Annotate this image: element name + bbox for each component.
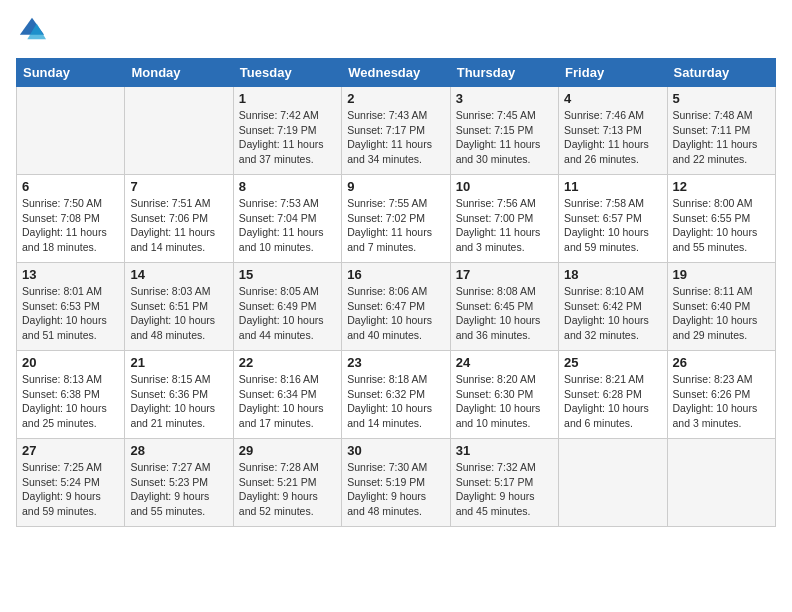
day-number: 15 [239, 267, 336, 282]
calendar-cell: 11Sunrise: 7:58 AM Sunset: 6:57 PM Dayli… [559, 175, 667, 263]
day-info: Sunrise: 7:30 AM Sunset: 5:19 PM Dayligh… [347, 460, 444, 519]
day-number: 1 [239, 91, 336, 106]
day-info: Sunrise: 7:46 AM Sunset: 7:13 PM Dayligh… [564, 108, 661, 167]
day-info: Sunrise: 8:13 AM Sunset: 6:38 PM Dayligh… [22, 372, 119, 431]
calendar-cell: 5Sunrise: 7:48 AM Sunset: 7:11 PM Daylig… [667, 87, 775, 175]
day-number: 28 [130, 443, 227, 458]
calendar-cell: 17Sunrise: 8:08 AM Sunset: 6:45 PM Dayli… [450, 263, 558, 351]
calendar-cell: 21Sunrise: 8:15 AM Sunset: 6:36 PM Dayli… [125, 351, 233, 439]
calendar-cell [17, 87, 125, 175]
calendar-cell: 27Sunrise: 7:25 AM Sunset: 5:24 PM Dayli… [17, 439, 125, 527]
day-info: Sunrise: 8:15 AM Sunset: 6:36 PM Dayligh… [130, 372, 227, 431]
calendar-cell [559, 439, 667, 527]
day-number: 4 [564, 91, 661, 106]
calendar-cell: 3Sunrise: 7:45 AM Sunset: 7:15 PM Daylig… [450, 87, 558, 175]
calendar-table: SundayMondayTuesdayWednesdayThursdayFrid… [16, 58, 776, 527]
weekday-header-row: SundayMondayTuesdayWednesdayThursdayFrid… [17, 59, 776, 87]
calendar-cell: 31Sunrise: 7:32 AM Sunset: 5:17 PM Dayli… [450, 439, 558, 527]
calendar-cell: 26Sunrise: 8:23 AM Sunset: 6:26 PM Dayli… [667, 351, 775, 439]
logo [16, 16, 46, 48]
day-info: Sunrise: 8:00 AM Sunset: 6:55 PM Dayligh… [673, 196, 770, 255]
day-number: 18 [564, 267, 661, 282]
calendar-cell: 23Sunrise: 8:18 AM Sunset: 6:32 PM Dayli… [342, 351, 450, 439]
day-number: 29 [239, 443, 336, 458]
calendar-cell: 9Sunrise: 7:55 AM Sunset: 7:02 PM Daylig… [342, 175, 450, 263]
day-info: Sunrise: 8:03 AM Sunset: 6:51 PM Dayligh… [130, 284, 227, 343]
day-info: Sunrise: 7:28 AM Sunset: 5:21 PM Dayligh… [239, 460, 336, 519]
day-info: Sunrise: 7:42 AM Sunset: 7:19 PM Dayligh… [239, 108, 336, 167]
calendar-cell: 30Sunrise: 7:30 AM Sunset: 5:19 PM Dayli… [342, 439, 450, 527]
calendar-week-row: 13Sunrise: 8:01 AM Sunset: 6:53 PM Dayli… [17, 263, 776, 351]
day-number: 8 [239, 179, 336, 194]
day-info: Sunrise: 8:21 AM Sunset: 6:28 PM Dayligh… [564, 372, 661, 431]
calendar-cell: 13Sunrise: 8:01 AM Sunset: 6:53 PM Dayli… [17, 263, 125, 351]
calendar-cell: 19Sunrise: 8:11 AM Sunset: 6:40 PM Dayli… [667, 263, 775, 351]
day-number: 9 [347, 179, 444, 194]
day-number: 11 [564, 179, 661, 194]
day-info: Sunrise: 8:20 AM Sunset: 6:30 PM Dayligh… [456, 372, 553, 431]
day-number: 3 [456, 91, 553, 106]
calendar-cell: 24Sunrise: 8:20 AM Sunset: 6:30 PM Dayli… [450, 351, 558, 439]
calendar-cell [125, 87, 233, 175]
calendar-week-row: 1Sunrise: 7:42 AM Sunset: 7:19 PM Daylig… [17, 87, 776, 175]
calendar-cell: 25Sunrise: 8:21 AM Sunset: 6:28 PM Dayli… [559, 351, 667, 439]
page-header [16, 16, 776, 48]
day-number: 5 [673, 91, 770, 106]
day-number: 10 [456, 179, 553, 194]
calendar-cell: 18Sunrise: 8:10 AM Sunset: 6:42 PM Dayli… [559, 263, 667, 351]
day-number: 24 [456, 355, 553, 370]
day-info: Sunrise: 7:32 AM Sunset: 5:17 PM Dayligh… [456, 460, 553, 519]
calendar-week-row: 20Sunrise: 8:13 AM Sunset: 6:38 PM Dayli… [17, 351, 776, 439]
day-info: Sunrise: 7:55 AM Sunset: 7:02 PM Dayligh… [347, 196, 444, 255]
day-info: Sunrise: 7:25 AM Sunset: 5:24 PM Dayligh… [22, 460, 119, 519]
day-number: 6 [22, 179, 119, 194]
day-number: 19 [673, 267, 770, 282]
day-info: Sunrise: 7:58 AM Sunset: 6:57 PM Dayligh… [564, 196, 661, 255]
day-info: Sunrise: 8:16 AM Sunset: 6:34 PM Dayligh… [239, 372, 336, 431]
calendar-week-row: 27Sunrise: 7:25 AM Sunset: 5:24 PM Dayli… [17, 439, 776, 527]
day-number: 23 [347, 355, 444, 370]
day-number: 26 [673, 355, 770, 370]
calendar-cell: 15Sunrise: 8:05 AM Sunset: 6:49 PM Dayli… [233, 263, 341, 351]
day-info: Sunrise: 7:53 AM Sunset: 7:04 PM Dayligh… [239, 196, 336, 255]
calendar-cell: 14Sunrise: 8:03 AM Sunset: 6:51 PM Dayli… [125, 263, 233, 351]
day-info: Sunrise: 7:43 AM Sunset: 7:17 PM Dayligh… [347, 108, 444, 167]
day-info: Sunrise: 8:06 AM Sunset: 6:47 PM Dayligh… [347, 284, 444, 343]
day-number: 17 [456, 267, 553, 282]
day-info: Sunrise: 7:50 AM Sunset: 7:08 PM Dayligh… [22, 196, 119, 255]
day-number: 14 [130, 267, 227, 282]
weekday-header-thursday: Thursday [450, 59, 558, 87]
calendar-cell: 29Sunrise: 7:28 AM Sunset: 5:21 PM Dayli… [233, 439, 341, 527]
calendar-cell: 2Sunrise: 7:43 AM Sunset: 7:17 PM Daylig… [342, 87, 450, 175]
day-number: 13 [22, 267, 119, 282]
weekday-header-wednesday: Wednesday [342, 59, 450, 87]
calendar-cell: 8Sunrise: 7:53 AM Sunset: 7:04 PM Daylig… [233, 175, 341, 263]
weekday-header-monday: Monday [125, 59, 233, 87]
calendar-week-row: 6Sunrise: 7:50 AM Sunset: 7:08 PM Daylig… [17, 175, 776, 263]
calendar-cell: 4Sunrise: 7:46 AM Sunset: 7:13 PM Daylig… [559, 87, 667, 175]
day-info: Sunrise: 8:01 AM Sunset: 6:53 PM Dayligh… [22, 284, 119, 343]
calendar-cell: 6Sunrise: 7:50 AM Sunset: 7:08 PM Daylig… [17, 175, 125, 263]
day-number: 27 [22, 443, 119, 458]
day-number: 21 [130, 355, 227, 370]
day-number: 7 [130, 179, 227, 194]
calendar-cell [667, 439, 775, 527]
weekday-header-tuesday: Tuesday [233, 59, 341, 87]
day-info: Sunrise: 7:45 AM Sunset: 7:15 PM Dayligh… [456, 108, 553, 167]
day-number: 30 [347, 443, 444, 458]
day-info: Sunrise: 7:51 AM Sunset: 7:06 PM Dayligh… [130, 196, 227, 255]
day-number: 25 [564, 355, 661, 370]
day-number: 12 [673, 179, 770, 194]
day-info: Sunrise: 8:05 AM Sunset: 6:49 PM Dayligh… [239, 284, 336, 343]
calendar-cell: 12Sunrise: 8:00 AM Sunset: 6:55 PM Dayli… [667, 175, 775, 263]
day-info: Sunrise: 8:18 AM Sunset: 6:32 PM Dayligh… [347, 372, 444, 431]
day-info: Sunrise: 7:56 AM Sunset: 7:00 PM Dayligh… [456, 196, 553, 255]
day-number: 16 [347, 267, 444, 282]
calendar-cell: 22Sunrise: 8:16 AM Sunset: 6:34 PM Dayli… [233, 351, 341, 439]
logo-icon [18, 16, 46, 44]
day-info: Sunrise: 8:10 AM Sunset: 6:42 PM Dayligh… [564, 284, 661, 343]
day-info: Sunrise: 8:23 AM Sunset: 6:26 PM Dayligh… [673, 372, 770, 431]
weekday-header-friday: Friday [559, 59, 667, 87]
calendar-cell: 28Sunrise: 7:27 AM Sunset: 5:23 PM Dayli… [125, 439, 233, 527]
day-number: 20 [22, 355, 119, 370]
